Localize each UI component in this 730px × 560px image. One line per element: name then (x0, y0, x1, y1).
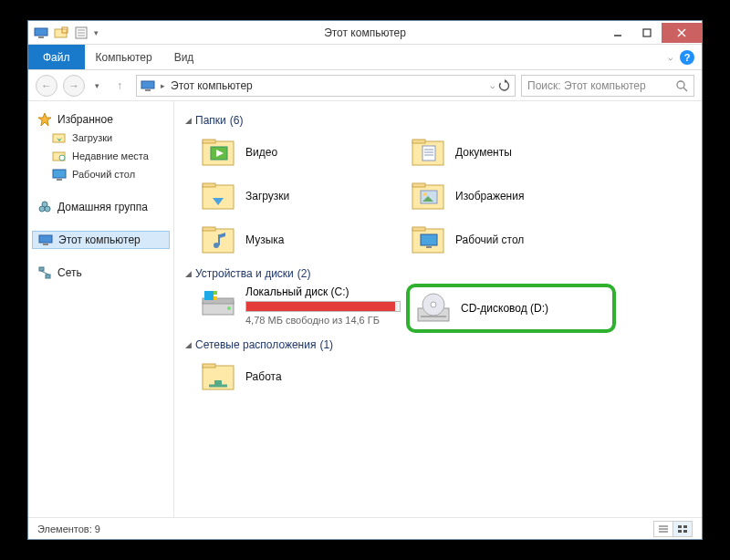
devices-grid: Локальный диск (C:) 4,78 МБ свободно из … (196, 284, 685, 333)
network-folder-icon (200, 358, 236, 395)
ribbon-tab-computer[interactable]: Компьютер (85, 45, 163, 69)
section-label: Устройства и диски (195, 267, 294, 280)
drive-local-c[interactable]: Локальный диск (C:) 4,78 МБ свободно из … (196, 284, 406, 333)
titlebar: ▾ Этот компьютер (28, 21, 702, 45)
search-icon (675, 79, 688, 92)
network-location-work[interactable]: Работа (196, 355, 406, 399)
svg-rect-38 (422, 146, 435, 161)
folder-video-icon (200, 134, 236, 171)
section-count: (6) (230, 114, 244, 127)
titlebar-computer-icon (34, 26, 48, 40)
up-button[interactable]: ↑ (109, 75, 130, 97)
svg-rect-23 (57, 179, 62, 181)
minimize-button[interactable] (603, 23, 632, 43)
sidebar-homegroup[interactable]: Домашняя группа (32, 198, 170, 216)
svg-point-26 (42, 202, 47, 207)
address-bar[interactable]: ▸ Этот компьютер ⌵ (136, 75, 516, 97)
view-toggle (654, 521, 693, 537)
view-details-button[interactable] (653, 521, 673, 537)
ribbon-expand-icon[interactable]: ⌵ (668, 53, 673, 62)
section-folders[interactable]: ◢ Папки (6) (185, 114, 685, 127)
help-icon[interactable]: ? (680, 50, 694, 65)
maximize-button[interactable] (632, 23, 662, 43)
sidebar-network[interactable]: Сеть (32, 264, 170, 282)
svg-line-31 (41, 271, 48, 275)
ribbon-tab-view[interactable]: Вид (163, 45, 205, 69)
folder-pictures[interactable]: Изображения (406, 174, 616, 218)
svg-rect-69 (203, 364, 215, 368)
breadcrumb-separator-icon: ▸ (161, 81, 165, 90)
computer-icon (38, 233, 53, 247)
drive-label: CD-дисковод (D:) (461, 302, 548, 315)
section-network-locations[interactable]: ◢ Сетевые расположения (1) (185, 338, 685, 351)
item-label: Рабочий стол (455, 233, 524, 246)
folder-videos[interactable]: Видео (196, 130, 406, 174)
body: Избранное Загрузки Недавние места Рабочи… (28, 101, 702, 517)
svg-point-63 (227, 306, 231, 310)
svg-rect-13 (145, 89, 151, 91)
desktop-icon (52, 167, 67, 181)
svg-rect-18 (53, 134, 65, 142)
svg-rect-75 (678, 525, 682, 528)
sidebar-item-recent[interactable]: Недавние места (32, 147, 170, 165)
folder-music-icon (200, 222, 236, 258)
search-input[interactable]: Поиск: Этот компьютер (521, 75, 694, 97)
folder-downloads[interactable]: Загрузки (196, 174, 406, 218)
svg-rect-27 (39, 235, 52, 243)
drive-status: 4,78 МБ свободно из 14,6 ГБ (245, 315, 401, 326)
sidebar-item-desktop[interactable]: Рабочий стол (32, 165, 170, 183)
view-tiles-button[interactable] (673, 521, 693, 537)
network-grid: Работа (196, 355, 685, 399)
drive-cd-d[interactable]: CD-дисковод (D:) (406, 284, 616, 333)
item-label: Музыка (245, 233, 284, 246)
sidebar-item-label: Этот компьютер (58, 233, 141, 246)
breadcrumb-item[interactable]: Этот компьютер (171, 79, 253, 92)
sidebar-item-downloads[interactable]: Загрузки (32, 129, 170, 147)
svg-rect-56 (421, 234, 437, 245)
folder-document-icon (410, 134, 446, 171)
svg-point-21 (59, 155, 65, 161)
window-title: Этот компьютер (324, 26, 406, 39)
svg-rect-60 (204, 291, 214, 300)
svg-rect-77 (678, 530, 682, 533)
sidebar-item-label: Рабочий стол (72, 169, 135, 180)
folder-documents[interactable]: Документы (406, 130, 616, 174)
item-label: Документы (455, 146, 512, 159)
section-label: Сетевые расположения (195, 338, 316, 351)
titlebar-newfolder-icon[interactable] (54, 26, 68, 40)
sidebar-favorites[interactable]: Избранное (32, 110, 170, 129)
item-label: Работа (245, 370, 282, 383)
svg-rect-78 (683, 530, 687, 533)
address-dropdown-icon[interactable]: ⌵ (490, 81, 495, 90)
refresh-icon[interactable] (498, 79, 511, 92)
svg-rect-29 (39, 267, 44, 271)
svg-rect-46 (412, 183, 425, 187)
homegroup-icon (37, 200, 52, 214)
collapse-icon: ◢ (185, 269, 192, 278)
drive-label: Локальный диск (C:) (245, 285, 401, 298)
back-button[interactable]: ← (36, 75, 57, 97)
svg-rect-30 (46, 275, 50, 278)
star-icon (37, 112, 52, 127)
titlebar-dropdown-icon[interactable]: ▾ (94, 28, 99, 37)
folder-music[interactable]: Музыка (196, 218, 406, 262)
sidebar-item-label: Сеть (57, 266, 82, 279)
sidebar-item-label: Избранное (57, 113, 113, 126)
forward-button[interactable]: → (63, 75, 85, 97)
sidebar-this-pc[interactable]: Этот компьютер (32, 231, 170, 249)
svg-rect-43 (203, 183, 215, 187)
history-dropdown[interactable]: ▾ (90, 75, 103, 97)
svg-rect-61 (214, 291, 217, 295)
svg-rect-37 (412, 140, 425, 143)
cdrom-icon (415, 290, 452, 327)
ribbon-tabs: Файл Компьютер Вид ⌵ ? (28, 45, 702, 70)
section-devices[interactable]: ◢ Устройства и диски (2) (185, 267, 685, 280)
statusbar: Элементов: 9 (28, 517, 702, 539)
svg-point-48 (423, 192, 427, 196)
close-button[interactable] (662, 23, 702, 43)
svg-rect-53 (218, 234, 220, 245)
ribbon-tab-file[interactable]: Файл (28, 45, 85, 69)
titlebar-properties-icon[interactable] (74, 26, 89, 40)
svg-rect-76 (683, 525, 687, 528)
folder-desktop[interactable]: Рабочий стол (406, 218, 616, 262)
